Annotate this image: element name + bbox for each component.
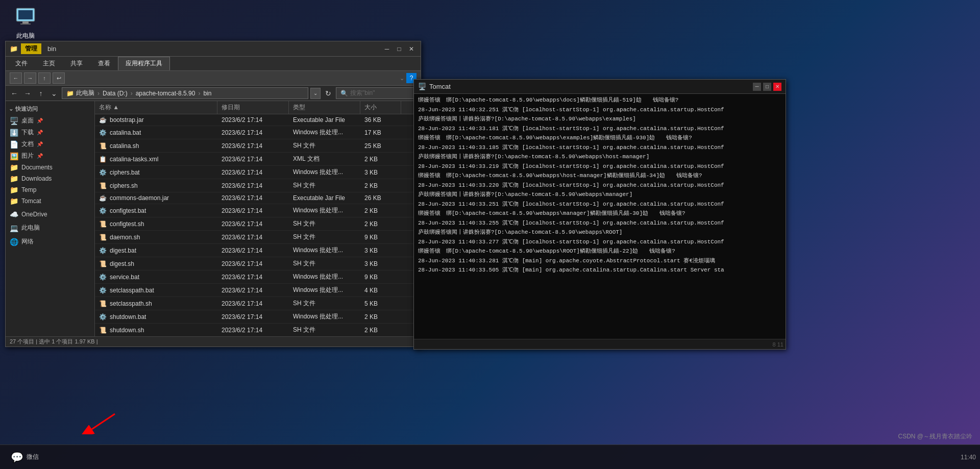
file-icon: 📋 <box>99 156 107 163</box>
refresh-button[interactable]: ↻ <box>323 88 334 99</box>
desktop-icon-computer[interactable]: 此电脑 <box>5 5 46 40</box>
file-size-cell: 2 KB <box>360 219 401 229</box>
file-name-cell: 📋 catalina-tasks.xml <box>95 155 217 164</box>
nav-recent-button[interactable]: ⌄ <box>48 88 60 99</box>
table-row[interactable]: ☕ bootstrap.jar 2023/6/2 17:14 Executabl… <box>95 114 421 126</box>
tab-home[interactable]: 主页 <box>35 57 63 70</box>
file-icon: ⚙️ <box>99 274 107 281</box>
back-quick-btn[interactable]: ← <box>10 72 22 84</box>
ribbon-actions: ← → ↑ ↩ ⌄ ? <box>6 70 421 85</box>
file-date-cell: 2023/6/2 17:14 <box>217 168 289 177</box>
sidebar-network-label: 网络 <box>21 237 34 246</box>
table-row[interactable]: ⚙️ catalina.bat 2023/6/2 17:14 Windows 批… <box>95 126 421 139</box>
file-icon: ⚙️ <box>99 129 107 136</box>
file-icon: ☕ <box>99 194 107 202</box>
col-header-date[interactable]: 修日期 <box>217 101 289 114</box>
file-name-text: ciphers.sh <box>110 182 138 189</box>
sidebar-item-docs[interactable]: 📄 文档 📌 <box>6 138 94 150</box>
terminal-close[interactable]: ✕ <box>773 83 781 91</box>
wechat-icon: 💬 <box>11 451 23 463</box>
file-size-cell: 9 KB <box>360 233 401 242</box>
tab-view[interactable]: 查看 <box>90 57 118 70</box>
table-row[interactable]: 📜 catalina.sh 2023/6/2 17:14 SH 文件 25 KB <box>95 139 421 153</box>
file-date-cell: 2023/6/2 17:14 <box>217 193 289 203</box>
sidebar-item-onedrive[interactable]: ☁️ OneDrive <box>6 209 94 220</box>
sidebar-item-tomcat[interactable]: 📁 Tomcat <box>6 195 94 207</box>
file-name-cell: ⚙️ catalina.bat <box>95 128 217 137</box>
taskbar: 💬 微信 11:40 <box>0 445 980 469</box>
manage-tab-label[interactable]: 管理 <box>21 43 41 54</box>
undo-quick-btn[interactable]: ↩ <box>53 72 65 84</box>
folder-icon: 📁 <box>10 45 18 53</box>
table-row[interactable]: ☕ commons-daemon.jar 2023/6/2 17:14 Exec… <box>95 192 421 204</box>
terminal-minimize[interactable]: ─ <box>753 83 761 91</box>
table-row[interactable]: ⚙️ configtest.bat 2023/6/2 17:14 Windows… <box>95 204 421 217</box>
table-row[interactable]: ⚙️ shutdown.bat 2023/6/2 17:14 Windows 批… <box>95 310 421 324</box>
downloads-folder-icon: 📁 <box>10 175 18 183</box>
file-type-cell: Windows 批处理... <box>289 205 360 216</box>
forward-quick-btn[interactable]: → <box>24 72 36 84</box>
file-icon: 📜 <box>99 142 107 150</box>
col-header-type[interactable]: 类型 <box>289 101 360 114</box>
path-dropdown-button[interactable]: ⌄ <box>310 88 321 99</box>
sidebar-tomcat-label: Tomcat <box>21 198 41 205</box>
file-type-cell: Windows 批处理... <box>289 167 360 178</box>
sidebar-item-download[interactable]: ⬇️ 下载 📌 <box>6 127 94 138</box>
file-name-text: setclasspath.bat <box>110 287 154 294</box>
file-name-text: configtest.sh <box>110 220 144 228</box>
ribbon: 文件 主页 共享 查看 应用程序工具 ← → ↑ ↩ ⌄ ? <box>6 57 421 86</box>
sidebar-item-pictures[interactable]: 🖼️ 图片 📌 <box>6 150 94 162</box>
sidebar-item-documents[interactable]: 📁 Documents <box>6 162 94 173</box>
table-row[interactable]: 📜 daemon.sh 2023/6/2 17:14 SH 文件 9 KB <box>95 231 421 244</box>
file-size-cell: 17 KB <box>360 128 401 137</box>
table-row[interactable]: 📜 configtest.sh 2023/6/2 17:14 SH 文件 2 K… <box>95 217 421 231</box>
file-size-cell: 2 KB <box>360 312 401 322</box>
table-row[interactable]: ⚙️ digest.bat 2023/6/2 17:14 Windows 批处理… <box>95 244 421 257</box>
pictures-sidebar-icon: 🖼️ <box>10 152 18 160</box>
sidebar-item-network[interactable]: 🌐 网络 <box>6 236 94 248</box>
terminal-maximize[interactable]: □ <box>763 83 771 91</box>
ribbon-collapse-icon[interactable]: ⌄ <box>400 75 404 82</box>
search-box[interactable]: 🔍 搜索"bin" <box>336 87 418 99</box>
search-placeholder: 搜索"bin" <box>350 89 375 97</box>
file-date-cell: 2023/6/2 17:14 <box>217 312 289 322</box>
col-header-name[interactable]: 名称 ▲ <box>95 101 217 114</box>
tab-apptool[interactable]: 应用程序工具 <box>118 57 170 70</box>
close-button[interactable]: ✕ <box>406 44 416 54</box>
docs-sidebar-icon: 📄 <box>10 140 18 149</box>
up-quick-btn[interactable]: ↑ <box>38 72 51 84</box>
table-row[interactable]: 📋 catalina-tasks.xml 2023/6/2 17:14 XML … <box>95 153 421 166</box>
nav-back-button[interactable]: ← <box>9 88 20 99</box>
table-row[interactable]: 📜 digest.sh 2023/6/2 17:14 SH 文件 3 KB <box>95 257 421 270</box>
table-row[interactable]: 📜 setclasspath.sh 2023/6/2 17:14 SH 文件 5… <box>95 297 421 310</box>
network-icon: 🌐 <box>10 238 18 246</box>
sidebar-item-temp[interactable]: 📁 Temp <box>6 184 94 195</box>
table-row[interactable]: ⚙️ setclasspath.bat 2023/6/2 17:14 Windo… <box>95 284 421 297</box>
nav-forward-button[interactable]: → <box>22 88 33 99</box>
address-path[interactable]: 📁 此电脑 › Data (D:) › apache-tomcat-8.5.90… <box>62 87 308 99</box>
docs-pin-icon: 📌 <box>37 141 43 147</box>
minimize-button[interactable]: ─ <box>382 44 392 54</box>
table-row[interactable]: ⚙️ ciphers.bat 2023/6/2 17:14 Windows 批处… <box>95 166 421 179</box>
nav-up-button[interactable]: ↑ <box>35 88 46 99</box>
tab-share[interactable]: 共享 <box>63 57 90 70</box>
quick-access-label: 快速访问 <box>15 105 38 113</box>
tab-file[interactable]: 文件 <box>8 57 35 70</box>
table-row[interactable]: 📜 shutdown.sh 2023/6/2 17:14 SH 文件 2 KB <box>95 324 421 336</box>
terminal-body[interactable]: 绑嫚答镶 绑[D:\apache-tomcat-8.5.90\webapps\d… <box>414 94 786 339</box>
table-row[interactable]: 📜 ciphers.sh 2023/6/2 17:14 SH 文件 2 KB <box>95 179 421 192</box>
file-icon: 📜 <box>99 327 107 334</box>
path-sep1: › <box>97 90 100 97</box>
sidebar-desktop-label: 桌面 <box>21 116 34 125</box>
sidebar-onedrive-label: OneDrive <box>21 211 47 218</box>
file-type-cell: SH 文件 <box>289 298 360 309</box>
col-header-size[interactable]: 大小 <box>360 101 401 114</box>
file-size-cell: 25 KB <box>360 141 401 151</box>
sidebar-item-downloads[interactable]: 📁 Downloads <box>6 173 94 184</box>
sidebar-item-desktop[interactable]: 🖥️ 桌面 📌 <box>6 115 94 127</box>
file-date-cell: 2023/6/2 17:14 <box>217 219 289 229</box>
taskbar-wechat[interactable]: 💬 微信 <box>4 448 45 467</box>
table-row[interactable]: ⚙️ service.bat 2023/6/2 17:14 Windows 批处… <box>95 270 421 284</box>
sidebar-item-thispc[interactable]: 💻 此电脑 <box>6 222 94 234</box>
maximize-button[interactable]: □ <box>394 44 404 54</box>
